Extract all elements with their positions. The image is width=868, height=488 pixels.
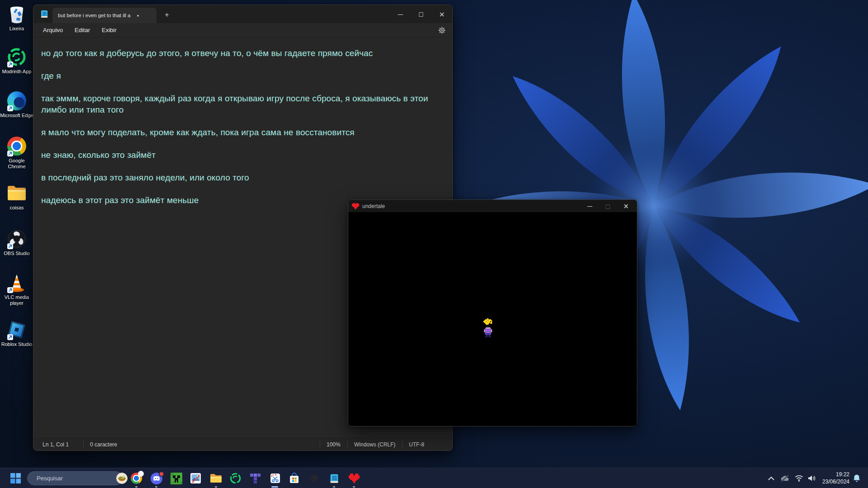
undertale-window: undertale — □ ×: [348, 199, 637, 426]
active-indicator-snipping-tool: [271, 486, 278, 488]
desktop-icon-label: VLC media player: [0, 294, 33, 306]
notepad-app-icon: [40, 9, 49, 19]
running-indicator-undertale: [353, 486, 355, 488]
vlc-icon: [6, 272, 27, 293]
text-paragraph: не знаю, сколько это займёт: [41, 149, 445, 161]
discord-notification-badge: [159, 471, 164, 477]
start-button[interactable]: [10, 473, 21, 484]
new-tab-button[interactable]: +: [159, 9, 175, 21]
desktop-icon-vlc[interactable]: VLC media player: [0, 272, 33, 306]
character-count: 0 caractere: [84, 441, 123, 448]
taskbar-chrome-icon[interactable]: [130, 472, 142, 484]
minimize-button[interactable]: —: [581, 200, 599, 212]
shortcut-arrow-icon: [7, 151, 13, 156]
taskbar-snipping-tool-icon[interactable]: [269, 472, 281, 484]
search-highlight-image[interactable]: [116, 473, 128, 484]
tray-date: 23/06/2024: [822, 478, 849, 485]
shortcut-arrow-icon: [7, 62, 13, 67]
taskbar-minecraft-icon[interactable]: [170, 472, 182, 484]
desktop-icon-edge[interactable]: Microsoft Edge: [0, 90, 33, 118]
chrome-icon: [6, 136, 27, 156]
notification-bell-icon[interactable]: [853, 474, 861, 482]
maximize-button: □: [599, 200, 617, 212]
close-button[interactable]: ×: [432, 5, 452, 23]
tray-volume-icon[interactable]: [807, 474, 816, 483]
frisk-on-flower-sprite: [482, 318, 494, 337]
notepad-status-bar: Ln 1, Col 1 0 caractere 100% Windows (CR…: [33, 438, 452, 450]
tab-title: but before i even get to that ill a: [58, 13, 130, 18]
edge-icon: [6, 90, 27, 111]
tray-onedrive-paused-icon[interactable]: [780, 474, 789, 483]
taskbar: 19:22 23/06/2024: [0, 468, 868, 488]
shortcut-arrow-icon: [7, 334, 13, 340]
minimize-button[interactable]: —: [390, 5, 411, 23]
roblox-studio-icon: [6, 319, 27, 340]
text-paragraph: так эммм, короче говоря, каждый раз когд…: [41, 93, 445, 115]
desktop-icon-label: Roblox Studio: [0, 341, 33, 347]
notepad-menubar: Arquivo Editar Exibir: [33, 23, 452, 38]
search-box[interactable]: [27, 471, 123, 485]
unsaved-indicator: ●: [137, 14, 139, 18]
desktop-icon-label: Lixeira: [0, 26, 33, 32]
tray-time: 19:22: [822, 471, 849, 478]
notepad-tab[interactable]: but before i even get to that ill a ●: [52, 8, 157, 23]
undertale-titlebar[interactable]: undertale — □ ×: [348, 200, 637, 212]
obs-icon: [6, 228, 27, 249]
taskbar-file-explorer-icon[interactable]: [210, 472, 222, 484]
taskbar-unknown-dark-app-icon[interactable]: [308, 472, 321, 484]
taskbar-microsoft-store-icon[interactable]: [288, 472, 300, 484]
taskbar-photos-icon[interactable]: [190, 472, 202, 484]
desktop-icon-chrome[interactable]: Google Chrome: [0, 136, 33, 170]
desktop-icon-modrinth[interactable]: Modrinth App: [0, 47, 33, 75]
cursor-position: Ln 1, Col 1: [33, 441, 83, 448]
maximize-button[interactable]: □: [411, 5, 432, 23]
running-indicator-discord: [155, 486, 157, 488]
undertale-window-title: undertale: [362, 203, 385, 209]
settings-gear-icon[interactable]: [438, 26, 446, 34]
undertale-game-screen: [348, 212, 637, 426]
tray-clock[interactable]: 19:22 23/06/2024: [822, 471, 849, 485]
desktop-icon-label: Modrinth App: [0, 69, 33, 75]
text-paragraph: где я: [41, 70, 445, 81]
text-paragraph: я мало что могу поделать, кроме как ждат…: [41, 127, 445, 138]
recycle-bin-icon: [6, 4, 27, 24]
desktop-icon-label: OBS Studio: [0, 251, 33, 256]
menu-editar[interactable]: Editar: [69, 24, 96, 36]
zoom-level: 100%: [320, 441, 347, 448]
modrinth-icon: [6, 47, 27, 67]
line-ending: Windows (CRLF): [348, 441, 402, 448]
undertale-heart-icon: [352, 203, 359, 209]
search-input[interactable]: [37, 475, 116, 482]
menu-arquivo[interactable]: Arquivo: [37, 24, 69, 36]
desktop-icon-coisas[interactable]: coisas: [0, 183, 33, 211]
desktop-icon-obs[interactable]: OBS Studio: [0, 228, 33, 256]
folder-icon: [6, 183, 27, 204]
running-indicator-notepad: [333, 486, 335, 488]
desktop-icon-recycle-bin[interactable]: Lixeira: [0, 4, 33, 32]
desktop-icon-roblox-studio[interactable]: Roblox Studio: [0, 319, 33, 347]
shortcut-arrow-icon: [7, 105, 13, 111]
menu-exibir[interactable]: Exibir: [96, 24, 123, 36]
taskbar-modrinth-icon[interactable]: [229, 472, 242, 484]
desktop-icon-label: coisas: [0, 205, 33, 211]
tray-chevron-up-icon[interactable]: [766, 474, 776, 483]
taskbar-notepad-icon[interactable]: [328, 472, 340, 484]
text-paragraph: в последний раз это заняло недели, или о…: [41, 172, 445, 183]
taskbar-undertale-icon[interactable]: [348, 472, 360, 484]
notepad-titlebar[interactable]: but before i even get to that ill a ● + …: [33, 5, 452, 23]
desktop-icon-label: Google Chrome: [0, 158, 33, 170]
shortcut-arrow-icon: [7, 243, 13, 249]
running-indicator-chrome: [135, 486, 138, 488]
text-paragraph: но до того как я доберусь до этого, я от…: [41, 47, 445, 59]
running-indicator-explorer: [215, 486, 217, 488]
taskbar-discord-icon[interactable]: [150, 472, 162, 484]
close-button[interactable]: ×: [617, 200, 635, 212]
desktop-icon-label: Microsoft Edge: [0, 113, 33, 118]
tray-wifi-icon[interactable]: [794, 474, 804, 483]
desktop: Lixeira Modrinth App Microsoft Edge: [0, 0, 868, 488]
taskbar-tlauncher-icon[interactable]: [249, 472, 261, 484]
chrome-profile-badge: [138, 471, 144, 477]
shortcut-arrow-icon: [7, 287, 13, 293]
encoding: UTF-8: [403, 441, 448, 448]
